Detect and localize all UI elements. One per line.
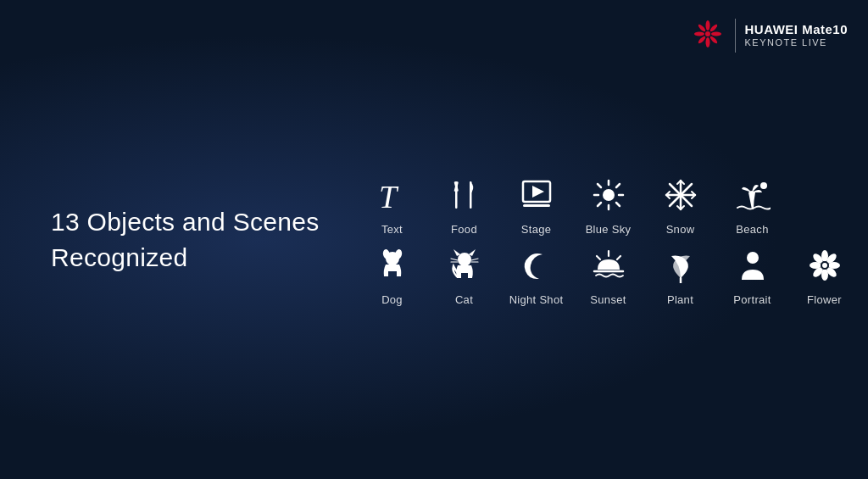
svg-point-42: [458, 253, 471, 266]
svg-marker-43: [453, 249, 460, 256]
icon-stage: Stage: [500, 174, 572, 236]
svg-point-7: [698, 36, 707, 45]
beach-icon: [735, 174, 771, 216]
brand-name: HUAWEI Mate10: [744, 22, 848, 37]
main-title: 13 Objects and Scenes Recognized: [51, 204, 320, 276]
icon-snow-label: Snow: [666, 223, 695, 236]
flower-icon: [807, 244, 843, 287]
svg-marker-44: [469, 249, 476, 256]
svg-text:T: T: [379, 179, 399, 213]
icon-food-label: Food: [451, 223, 477, 236]
snow-icon: [663, 174, 698, 216]
icon-portrait: Portrait: [716, 244, 788, 306]
svg-line-22: [598, 184, 601, 187]
icon-beach-label: Beach: [736, 223, 768, 236]
svg-line-24: [616, 184, 620, 187]
icons-panel: T Text Food: [356, 0, 868, 479]
svg-line-47: [471, 259, 478, 260]
food-icon: [447, 174, 482, 216]
icons-row-1: T Text Food: [356, 174, 860, 236]
svg-point-8: [709, 36, 719, 45]
icon-stage-label: Stage: [521, 223, 551, 236]
portrait-icon: [735, 244, 771, 287]
huawei-logo-icon: [689, 15, 726, 56]
svg-line-51: [597, 256, 600, 259]
logo-divider: [735, 19, 736, 53]
brand-subtitle: KEYNOTE LIVE: [744, 37, 848, 48]
cat-icon: [447, 244, 482, 287]
icons-row-2: Dog: [356, 244, 860, 306]
sunset-icon: [591, 244, 626, 287]
svg-line-23: [616, 203, 620, 206]
logo-area: HUAWEI Mate10 KEYNOTE LIVE: [689, 15, 848, 56]
svg-point-38: [760, 182, 767, 189]
icon-flower: Flower: [788, 244, 860, 306]
svg-point-1: [706, 20, 710, 31]
svg-point-0: [705, 31, 710, 36]
icon-sunset-label: Sunset: [590, 293, 626, 306]
svg-point-6: [709, 24, 719, 33]
icon-dog-label: Dog: [381, 293, 403, 306]
svg-line-45: [451, 259, 458, 260]
svg-line-52: [617, 256, 620, 259]
svg-point-3: [694, 32, 704, 36]
icon-cat-label: Cat: [455, 293, 473, 306]
svg-point-5: [698, 24, 707, 33]
svg-point-64: [822, 263, 827, 268]
text-icon: T: [375, 174, 410, 216]
svg-point-17: [603, 189, 615, 201]
icon-beach: Beach: [716, 174, 788, 236]
icon-cat: Cat: [428, 244, 500, 306]
icon-snow: Snow: [644, 174, 716, 236]
plant-icon: [663, 244, 698, 287]
icon-night-shot: Night Shot: [500, 244, 572, 306]
night-shot-icon: [519, 244, 554, 287]
icon-portrait-label: Portrait: [733, 293, 771, 306]
icon-night-shot-label: Night Shot: [509, 293, 564, 306]
icon-dog: Dog: [356, 244, 428, 306]
icon-text-label: Text: [381, 223, 403, 236]
icon-sunset: Sunset: [572, 244, 644, 306]
svg-rect-16: [523, 204, 550, 207]
icon-plant-label: Plant: [667, 293, 693, 306]
svg-point-54: [747, 252, 759, 264]
icon-blue-sky-label: Blue Sky: [586, 223, 632, 236]
icon-text: T Text: [356, 174, 428, 236]
icon-blue-sky: Blue Sky: [572, 174, 644, 236]
svg-point-2: [706, 37, 710, 47]
icon-flower-label: Flower: [807, 293, 842, 306]
stage-icon: [519, 174, 554, 216]
svg-marker-15: [532, 186, 544, 198]
blue-sky-icon: [591, 174, 626, 216]
dog-icon: [375, 244, 410, 287]
icon-food: Food: [428, 174, 500, 236]
svg-line-25: [598, 203, 601, 206]
svg-point-4: [711, 32, 721, 36]
icon-plant: Plant: [644, 244, 716, 306]
left-panel: 13 Objects and Scenes Recognized: [0, 0, 356, 479]
logo-text: HUAWEI Mate10 KEYNOTE LIVE: [744, 22, 848, 48]
